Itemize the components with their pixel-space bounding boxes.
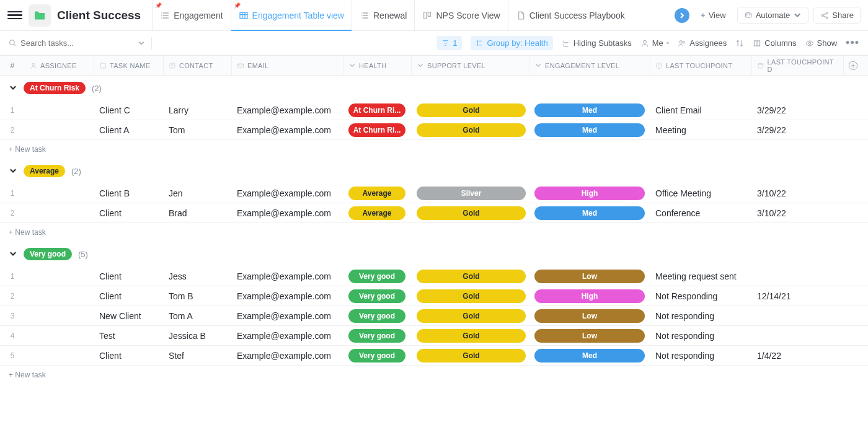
filter-button[interactable]: 1: [436, 36, 462, 50]
cell-health[interactable]: At Churn Ri...: [343, 103, 412, 117]
cell-task-name[interactable]: Client B: [94, 188, 164, 198]
cell-health[interactable]: Average: [343, 206, 412, 220]
cell-support[interactable]: Gold: [412, 329, 529, 343]
more-icon[interactable]: •••: [846, 37, 859, 50]
group-header[interactable]: At Churn Risk(2): [0, 76, 868, 100]
col-email[interactable]: EMAIL: [232, 56, 343, 75]
cell-email[interactable]: Example@example.com: [232, 311, 343, 321]
cell-engagement[interactable]: Med: [529, 123, 650, 137]
menu-icon[interactable]: [7, 8, 22, 23]
table-row[interactable]: 1Client BJenExample@example.comAverageSi…: [0, 183, 868, 203]
cell-date[interactable]: 12/14/21: [752, 291, 844, 301]
tab-nps-score-view[interactable]: NPS Score View: [414, 0, 507, 30]
table-row[interactable]: 2ClientBradExample@example.comAverageGol…: [0, 203, 868, 223]
tab-renewal[interactable]: Renewal: [352, 0, 414, 30]
search-field[interactable]: [20, 38, 113, 48]
table-row[interactable]: 3New ClientTom AExample@example.comVery …: [0, 306, 868, 326]
cell-contact[interactable]: Tom A: [164, 311, 232, 321]
cell-contact[interactable]: Tom B: [164, 291, 232, 301]
cell-email[interactable]: Example@example.com: [232, 291, 343, 301]
cell-touchpoint[interactable]: Office Meeting: [650, 188, 752, 198]
new-task-button[interactable]: + New task: [0, 366, 868, 384]
cell-task-name[interactable]: Test: [94, 331, 164, 341]
cell-email[interactable]: Example@example.com: [232, 208, 343, 218]
tab-engagement-table-view[interactable]: 📌Engagement Table view: [231, 0, 352, 30]
automate-button[interactable]: Automate: [737, 7, 809, 24]
folder-icon[interactable]: [29, 4, 51, 27]
tab-client-success-playbook[interactable]: Client Success Playbook: [508, 0, 632, 30]
cell-email[interactable]: Example@example.com: [232, 271, 343, 281]
cell-engagement[interactable]: Med: [529, 206, 650, 220]
cell-task-name[interactable]: Client: [94, 291, 164, 301]
cell-health[interactable]: Very good: [343, 329, 412, 343]
cell-health[interactable]: Average: [343, 187, 412, 200]
cell-health[interactable]: Very good: [343, 349, 412, 362]
cell-support[interactable]: Gold: [412, 206, 529, 220]
cell-touchpoint[interactable]: Meeting: [650, 125, 752, 135]
cell-support[interactable]: Gold: [412, 349, 529, 362]
cell-contact[interactable]: Brad: [164, 208, 232, 218]
cell-engagement[interactable]: High: [529, 187, 650, 200]
cell-email[interactable]: Example@example.com: [232, 188, 343, 198]
cell-touchpoint[interactable]: Client Email: [650, 105, 752, 115]
cell-support[interactable]: Gold: [412, 309, 529, 323]
cell-engagement[interactable]: Low: [529, 270, 650, 283]
col-task-name[interactable]: TASK NAME: [94, 56, 164, 75]
cell-contact[interactable]: Jen: [164, 188, 232, 198]
table-row[interactable]: 5ClientStefExample@example.comVery goodG…: [0, 346, 868, 366]
cell-task-name[interactable]: Client C: [94, 105, 164, 115]
cell-email[interactable]: Example@example.com: [232, 351, 343, 361]
me-button[interactable]: Me •: [640, 38, 670, 48]
chevron-down-icon[interactable]: [9, 167, 17, 175]
assignees-button[interactable]: Assignees: [678, 38, 727, 48]
col-assignee[interactable]: ASSIGNEE: [25, 56, 94, 75]
table-row[interactable]: 1Client CLarryExample@example.comAt Chur…: [0, 100, 868, 120]
cell-touchpoint[interactable]: Not responding: [650, 311, 752, 321]
cell-support[interactable]: Gold: [412, 270, 529, 283]
col-support[interactable]: SUPPORT LEVEL: [412, 56, 529, 75]
cell-engagement[interactable]: High: [529, 289, 650, 303]
chevron-down-icon[interactable]: [9, 250, 17, 258]
cell-support[interactable]: Gold: [412, 289, 529, 303]
cell-date[interactable]: 3/29/22: [752, 125, 844, 135]
cell-contact[interactable]: Stef: [164, 351, 232, 361]
columns-button[interactable]: Columns: [753, 38, 796, 48]
cell-touchpoint[interactable]: Meeting request sent: [650, 271, 752, 281]
cell-engagement[interactable]: Med: [529, 103, 650, 117]
group-header[interactable]: Very good(5): [0, 242, 868, 266]
cell-email[interactable]: Example@example.com: [232, 331, 343, 341]
cell-date[interactable]: 3/10/22: [752, 208, 844, 218]
scroll-right-icon[interactable]: [675, 8, 689, 23]
cell-contact[interactable]: Jess: [164, 271, 232, 281]
cell-support[interactable]: Silver: [412, 187, 529, 200]
cell-touchpoint[interactable]: Not Responding: [650, 291, 752, 301]
new-task-button[interactable]: + New task: [0, 140, 868, 159]
cell-task-name[interactable]: Client: [94, 351, 164, 361]
group-by-button[interactable]: Group by: Health: [471, 36, 552, 50]
table-row[interactable]: 2Client ATomExample@example.comAt Churn …: [0, 120, 868, 140]
cell-contact[interactable]: Jessica B: [164, 331, 232, 341]
table-row[interactable]: 1ClientJessExample@example.comVery goodG…: [0, 266, 868, 286]
cell-engagement[interactable]: Low: [529, 329, 650, 343]
cell-contact[interactable]: Tom: [164, 125, 232, 135]
cell-email[interactable]: Example@example.com: [232, 125, 343, 135]
cell-task-name[interactable]: Client: [94, 271, 164, 281]
col-last-touchpoint[interactable]: LAST TOUCHPOINT: [650, 56, 752, 75]
show-button[interactable]: Show: [805, 38, 838, 48]
cell-support[interactable]: Gold: [412, 123, 529, 137]
cell-health[interactable]: Very good: [343, 270, 412, 283]
cell-health[interactable]: Very good: [343, 289, 412, 303]
add-view-button[interactable]: +View: [694, 7, 732, 23]
cell-task-name[interactable]: Client A: [94, 125, 164, 135]
tab-engagement[interactable]: 📌Engagement: [152, 0, 230, 30]
cell-contact[interactable]: Larry: [164, 105, 232, 115]
cell-support[interactable]: Gold: [412, 103, 529, 117]
cell-engagement[interactable]: Low: [529, 309, 650, 323]
share-button[interactable]: Share: [813, 7, 861, 24]
cell-touchpoint[interactable]: Not responding: [650, 331, 752, 341]
col-last-date[interactable]: LAST TOUCHPOINT D: [752, 56, 844, 75]
cell-date[interactable]: 1/4/22: [752, 351, 844, 361]
cell-touchpoint[interactable]: Not responding: [650, 351, 752, 361]
search-input[interactable]: [9, 38, 145, 48]
sort-button[interactable]: [735, 39, 744, 48]
